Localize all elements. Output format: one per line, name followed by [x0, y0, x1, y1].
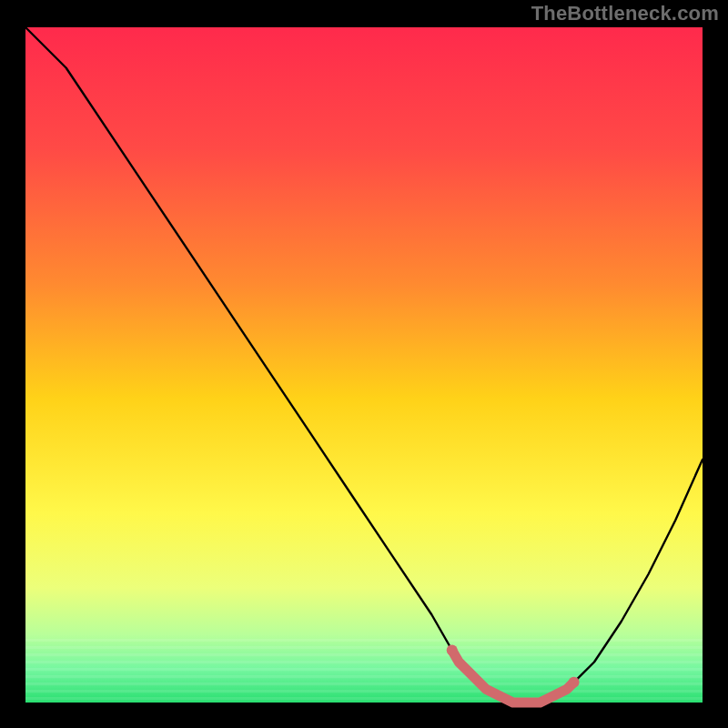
svg-rect-6: [25, 682, 703, 685]
chart-bottom-bands: [25, 639, 703, 700]
svg-rect-8: [25, 697, 703, 700]
svg-rect-7: [25, 690, 703, 693]
chart-stage: TheBottleneck.com: [0, 0, 728, 728]
svg-rect-5: [25, 675, 703, 678]
bottleneck-chart: [0, 0, 728, 728]
svg-rect-1: [25, 646, 703, 649]
highlight-end-dot: [569, 677, 580, 688]
svg-rect-0: [25, 639, 703, 642]
watermark-text: TheBottleneck.com: [531, 2, 719, 25]
svg-rect-3: [25, 661, 703, 663]
highlight-start-dot: [447, 645, 458, 656]
svg-rect-4: [25, 668, 703, 671]
chart-gradient-background: [25, 27, 703, 703]
